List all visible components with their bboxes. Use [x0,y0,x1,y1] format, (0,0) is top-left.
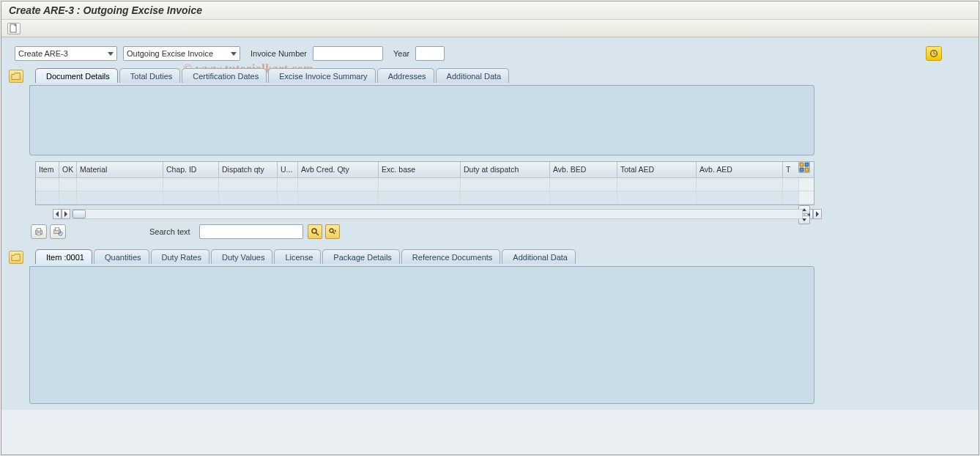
col-avb-bed[interactable]: Avb. BED [550,162,617,177]
svg-rect-15 [37,229,40,232]
svg-marker-13 [816,211,819,217]
year-label: Year [393,49,409,58]
create-type-dropdown[interactable]: Create ARE-3 [15,46,117,61]
col-item[interactable]: Item [36,162,59,177]
action-row: Search text [31,224,971,239]
col-t[interactable]: T [783,162,799,177]
col-avb-aed[interactable]: Avb. AED [697,162,783,177]
tab-duty-rates[interactable]: Duty Rates [151,249,209,264]
svg-line-3 [934,54,936,54]
hscroll-left-button[interactable] [53,209,62,219]
col-ok[interactable]: OK [59,162,77,177]
tab-package-details[interactable]: Package Details [322,249,400,264]
tab-item-0001[interactable]: Item :0001 [35,249,92,264]
tab-total-duties[interactable]: Total Duties [119,68,180,83]
bottom-tabs: Item :0001 Quantities Duty Rates Duty Va… [35,249,576,264]
content-area: © www.tutorialkart.com Create ARE-3 Outg… [1,37,979,410]
svg-rect-18 [56,228,59,231]
table-config-button[interactable] [798,161,810,173]
svg-line-23 [333,232,335,235]
svg-rect-4 [800,163,803,166]
bottom-tab-row: Item :0001 Quantities Duty Rates Duty Va… [9,249,971,264]
print-preview-button[interactable] [50,224,66,239]
col-total-aed[interactable]: Total AED [617,162,697,177]
year-input[interactable] [415,46,445,61]
grid-container: Item OK Material Chap. ID Dispatch qty U… [9,161,817,205]
invoice-number-input[interactable] [313,46,383,61]
search-input[interactable] [199,224,303,239]
tab-quantities[interactable]: Quantities [94,249,149,264]
expand-bottom-button[interactable] [9,251,23,264]
find-button[interactable] [308,224,322,239]
svg-marker-11 [64,211,67,217]
tab-certification-dates[interactable]: Certification Dates [182,68,267,83]
svg-rect-16 [37,233,40,235]
app-window: Create ARE-3 : Outgoing Excise Invoice ©… [1,1,979,455]
execute-button[interactable] [926,46,942,61]
top-tab-panel [29,85,814,155]
table-row[interactable] [36,178,814,191]
table-hscroll [53,208,822,220]
doc-type-dropdown[interactable]: Outgoing Excise Invoice [123,46,240,61]
col-material[interactable]: Material [77,162,163,177]
tab-additional-data-bottom[interactable]: Additional Data [502,249,576,264]
tab-addresses[interactable]: Addresses [377,68,434,83]
table-row[interactable] [36,191,814,205]
col-dispatch-qty[interactable]: Dispatch qty [219,162,278,177]
items-table: Item OK Material Chap. ID Dispatch qty U… [35,161,814,205]
app-toolbar [1,20,979,37]
svg-rect-6 [800,168,803,172]
table-body [36,178,814,205]
svg-point-20 [312,229,316,233]
invoice-number-label: Invoice Number [250,49,307,58]
svg-marker-10 [56,211,59,217]
filter-bar: Create ARE-3 Outgoing Excise Invoice Inv… [9,46,971,61]
col-exc-base[interactable]: Exc. base [379,162,461,177]
top-tab-row: Document Details Total Duties Certificat… [9,68,971,83]
svg-rect-7 [805,168,809,172]
col-avb-cred-qty[interactable]: Avb Cred. Qty [298,162,379,177]
tab-excise-invoice-summary[interactable]: Excise Invoice Summary [268,68,375,83]
table-header: Item OK Material Chap. ID Dispatch qty U… [36,162,814,178]
expand-top-button[interactable] [9,70,23,83]
svg-line-21 [316,233,319,236]
tab-duty-values[interactable]: Duty Values [211,249,273,264]
col-unit[interactable]: U... [278,162,298,177]
find-next-button[interactable] [325,224,340,239]
search-label: Search text [149,227,190,236]
hscroll-track[interactable] [72,209,803,219]
tab-additional-data-top[interactable]: Additional Data [436,68,510,83]
top-tabs: Document Details Total Duties Certificat… [35,68,509,83]
col-chap-id[interactable]: Chap. ID [163,162,219,177]
svg-rect-5 [805,163,809,166]
svg-marker-24 [335,229,336,232]
hscroll-right-button[interactable] [62,209,70,219]
print-button[interactable] [31,224,47,239]
tab-license[interactable]: License [274,249,321,264]
tab-document-details[interactable]: Document Details [35,68,118,83]
svg-point-22 [330,229,333,232]
tab-reference-documents[interactable]: Reference Documents [401,249,500,264]
page-title: Create ARE-3 : Outgoing Excise Invoice [1,1,979,20]
hscroll-right2-button[interactable] [813,209,822,219]
col-duty-at-dispatch[interactable]: Duty at dispatch [461,162,550,177]
new-document-button[interactable] [7,23,21,34]
bottom-tab-panel [29,266,814,404]
hscroll-thumb[interactable] [73,210,86,218]
